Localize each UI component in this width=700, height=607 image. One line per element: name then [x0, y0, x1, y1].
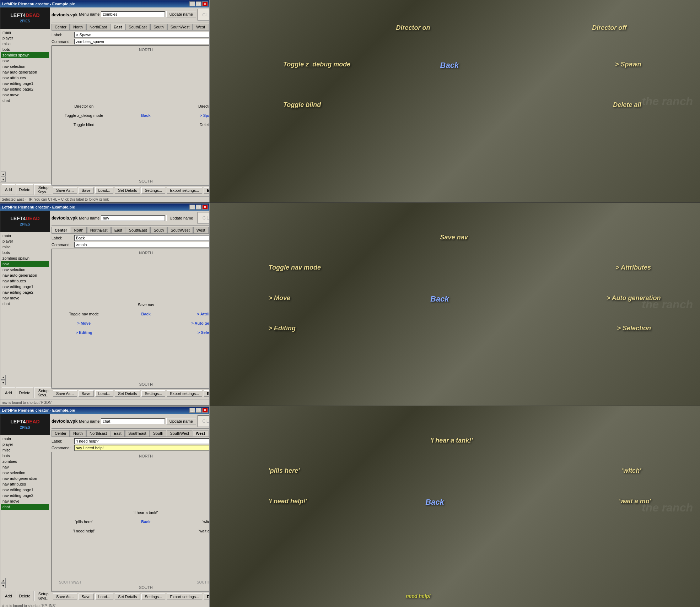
close-btn-1[interactable]: ✕ — [202, 1, 208, 6]
tab-south-3[interactable]: South — [150, 430, 167, 437]
nav-editing-page2-1[interactable]: nav editing page2 — [1, 86, 49, 92]
tab-northwest-2[interactable]: NorthWest — [209, 227, 209, 233]
tab-west-2[interactable]: West — [193, 227, 209, 233]
tab-south-1[interactable]: South — [150, 24, 167, 30]
scroll-down-2[interactable]: ▼ — [1, 380, 6, 385]
tab-north-3[interactable]: North — [70, 430, 86, 437]
minimize-btn-3[interactable]: _ — [189, 408, 195, 413]
update-name-btn-3[interactable]: Update name — [166, 418, 196, 424]
scroll-down-3[interactable]: ▼ — [1, 583, 6, 588]
maximize-btn-3[interactable]: □ — [196, 408, 201, 413]
tab-southwest-2[interactable]: SouthWest — [167, 227, 193, 233]
settings-btn-3[interactable]: Settings... — [141, 594, 165, 600]
command-input-3[interactable] — [74, 445, 209, 451]
label-input-2[interactable] — [74, 235, 209, 241]
nav-misc-1[interactable]: misc — [1, 41, 49, 47]
nav-misc-2[interactable]: misc — [1, 244, 49, 250]
load-btn-1[interactable]: Load... — [95, 187, 114, 194]
nav-move-3[interactable]: nav move — [1, 498, 49, 504]
settings-btn-2[interactable]: Settings... — [141, 390, 165, 397]
save-as-btn-2[interactable]: Save As... — [53, 390, 77, 397]
tab-east-1[interactable]: East — [111, 24, 125, 30]
nav-attributes-2[interactable]: nav attributes — [1, 278, 49, 284]
tab-west-1[interactable]: West — [193, 24, 208, 30]
nav-player-3[interactable]: player — [1, 441, 49, 447]
scroll-up-3[interactable]: ▲ — [1, 578, 6, 583]
save-btn-1[interactable]: Save — [79, 187, 94, 194]
add-btn-3[interactable]: Add — [2, 591, 15, 601]
export-settings-btn-3[interactable]: Export settings... — [167, 594, 202, 600]
tab-center-2[interactable]: Center — [52, 227, 70, 233]
nav-bots-2[interactable]: bots — [1, 250, 49, 255]
delete-btn-3[interactable]: Delete — [16, 591, 34, 601]
nav-move-1[interactable]: nav move — [1, 92, 49, 98]
nav-zombies-3[interactable]: zombies — [1, 459, 49, 464]
scroll-up-2[interactable]: ▲ — [1, 375, 6, 380]
tab-south-2[interactable]: South — [150, 227, 167, 233]
tab-northwest-1[interactable]: NorthWest — [209, 24, 209, 30]
nav-nav-selection-2[interactable]: nav selection — [1, 267, 49, 272]
menu-name-input-3[interactable] — [101, 418, 165, 424]
tab-southwest-1[interactable]: SouthWest — [167, 24, 193, 30]
nav-editing-page1-1[interactable]: nav editing page1 — [1, 81, 49, 86]
tab-north-2[interactable]: North — [71, 227, 87, 233]
minimize-btn-2[interactable]: _ — [189, 205, 195, 210]
nav-main-2[interactable]: main — [1, 233, 49, 238]
command-input-2[interactable] — [74, 242, 209, 248]
update-name-btn-2[interactable]: Update name — [166, 215, 196, 221]
scroll-up-1[interactable]: ▲ — [1, 172, 6, 177]
nav-player-2[interactable]: player — [1, 238, 49, 244]
nav-bots-1[interactable]: bots — [1, 47, 49, 52]
maximize-btn-2[interactable]: □ — [196, 205, 201, 210]
nav-nav-selection-3[interactable]: nav selection — [1, 470, 49, 476]
save-as-btn-1[interactable]: Save As... — [53, 187, 77, 194]
settings-btn-1[interactable]: Settings... — [141, 187, 165, 194]
nav-auto-gen-3[interactable]: nav auto generation — [1, 476, 49, 481]
nav-nav-3[interactable]: nav — [1, 464, 49, 470]
nav-editing-page2-2[interactable]: nav editing page2 — [1, 289, 49, 295]
export-settings-btn-2[interactable]: Export settings... — [167, 390, 202, 397]
nav-move-2[interactable]: nav move — [1, 295, 49, 301]
minimize-btn-1[interactable]: _ — [189, 1, 195, 6]
nav-editing-page1-2[interactable]: nav editing page1 — [1, 284, 49, 289]
export-settings-btn-1[interactable]: Export settings... — [167, 187, 202, 194]
set-details-btn-3[interactable]: Set Details — [115, 594, 140, 600]
menu-name-input-1[interactable] — [101, 11, 165, 17]
save-btn-3[interactable]: Save — [79, 594, 94, 600]
tab-east-3[interactable]: East — [111, 430, 125, 437]
nav-attributes-1[interactable]: nav attributes — [1, 75, 49, 81]
nav-auto-gen-2[interactable]: nav auto generation — [1, 272, 49, 278]
label-input-1[interactable] — [74, 32, 209, 38]
add-btn-1[interactable]: Add — [2, 184, 15, 195]
export-btn-1[interactable]: Export! — [204, 187, 209, 194]
nav-main-1[interactable]: main — [1, 29, 49, 35]
save-as-btn-3[interactable]: Save As... — [53, 594, 77, 600]
tab-east-2[interactable]: East — [111, 227, 125, 233]
nav-player-1[interactable]: player — [1, 35, 49, 41]
nav-bots-3[interactable]: bots — [1, 453, 49, 459]
save-btn-2[interactable]: Save — [79, 390, 94, 397]
nav-editing-page1-3[interactable]: nav editing page1 — [1, 487, 49, 493]
tab-west-3[interactable]: West — [193, 430, 208, 437]
set-details-btn-2[interactable]: Set Details — [115, 390, 140, 397]
tab-center-1[interactable]: Center — [52, 24, 70, 30]
nav-zombies-spawn-2[interactable]: zombies spawn — [1, 255, 49, 261]
nav-main-3[interactable]: main — [1, 436, 49, 441]
nav-nav-selection-1[interactable]: nav selection — [1, 64, 49, 69]
nav-chat-3[interactable]: chat — [1, 504, 49, 510]
tab-center-3[interactable]: Center — [52, 430, 70, 437]
close-btn-3[interactable]: ✕ — [202, 408, 208, 413]
nav-misc-3[interactable]: misc — [1, 447, 49, 453]
tab-southeast-2[interactable]: SouthEast — [126, 227, 150, 233]
label-input-3[interactable] — [74, 438, 209, 444]
tab-northeast-1[interactable]: NorthEast — [86, 24, 110, 30]
tab-north-1[interactable]: North — [70, 24, 86, 30]
nav-chat-2[interactable]: chat — [1, 301, 49, 307]
nav-auto-gen-1[interactable]: nav auto generation — [1, 69, 49, 75]
tab-northeast-2[interactable]: NorthEast — [87, 227, 111, 233]
add-btn-2[interactable]: Add — [2, 387, 15, 398]
maximize-btn-1[interactable]: □ — [196, 1, 201, 6]
update-name-btn-1[interactable]: Update name — [166, 11, 196, 17]
load-btn-2[interactable]: Load... — [95, 390, 114, 397]
close-btn-2[interactable]: ✕ — [202, 205, 208, 210]
